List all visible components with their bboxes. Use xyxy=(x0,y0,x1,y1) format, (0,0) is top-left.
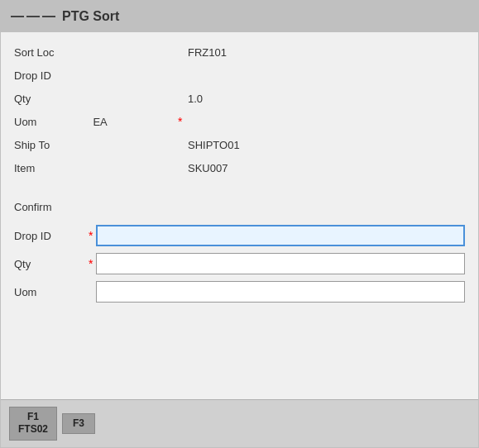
confirm-uom-row: Uom * xyxy=(14,278,465,306)
confirm-drop-id-required-star: * xyxy=(89,229,93,242)
ship-to-value: SHIPTO01 xyxy=(89,139,240,151)
footer: F1FTS02 F3 xyxy=(1,399,478,447)
item-value: SKU007 xyxy=(89,162,228,174)
ship-to-label: Ship To xyxy=(14,139,89,151)
confirm-qty-input[interactable] xyxy=(96,253,465,274)
f1-fts02-button[interactable]: F1FTS02 xyxy=(9,407,57,441)
confirm-qty-input-wrapper: * xyxy=(89,253,465,274)
confirm-uom-input[interactable] xyxy=(96,281,465,303)
sort-loc-value: FRZ101 xyxy=(89,46,227,59)
confirm-drop-id-row: Drop ID * xyxy=(14,222,465,250)
title-bar: PTG Sort xyxy=(1,1,478,32)
menu-icon xyxy=(11,14,55,19)
sort-loc-label: Sort Loc xyxy=(14,46,89,59)
confirm-qty-required-star: * xyxy=(89,257,93,270)
item-label: Item xyxy=(14,162,89,174)
f3-button[interactable]: F3 xyxy=(62,413,95,435)
uom-row: Uom * EA xyxy=(14,110,465,133)
confirm-uom-star-placeholder: * xyxy=(89,285,93,298)
confirm-drop-id-label: Drop ID xyxy=(14,230,89,242)
confirm-uom-input-wrapper: * xyxy=(89,281,465,303)
confirm-qty-row: Qty * xyxy=(14,250,465,278)
drop-id-row: Drop ID xyxy=(14,64,465,87)
section-spacer xyxy=(14,179,465,193)
sort-loc-row: Sort Loc FRZ101 xyxy=(14,41,465,64)
confirm-label: Confirm xyxy=(14,197,52,217)
qty-row: Qty 1.0 xyxy=(14,87,465,110)
confirm-uom-label: Uom xyxy=(14,286,89,298)
confirm-qty-label: Qty xyxy=(14,258,89,270)
ptg-sort-window: PTG Sort Sort Loc FRZ101 Drop ID Qty 1.0… xyxy=(0,0,479,448)
confirm-drop-id-input[interactable] xyxy=(96,225,465,246)
window-title: PTG Sort xyxy=(62,9,119,24)
qty-label: Qty xyxy=(14,93,89,105)
uom-label: Uom xyxy=(14,116,89,128)
item-row: Item SKU007 xyxy=(14,156,465,179)
confirm-drop-id-input-wrapper: * xyxy=(89,225,465,246)
uom-required-star: * xyxy=(178,115,182,128)
main-content: Sort Loc FRZ101 Drop ID Qty 1.0 Uom * EA… xyxy=(1,32,478,399)
uom-value: EA xyxy=(88,116,107,128)
ship-to-row: Ship To SHIPTO01 xyxy=(14,133,465,156)
drop-id-label: Drop ID xyxy=(14,69,89,82)
confirm-row: Confirm xyxy=(14,193,465,222)
qty-value: 1.0 xyxy=(89,93,203,105)
